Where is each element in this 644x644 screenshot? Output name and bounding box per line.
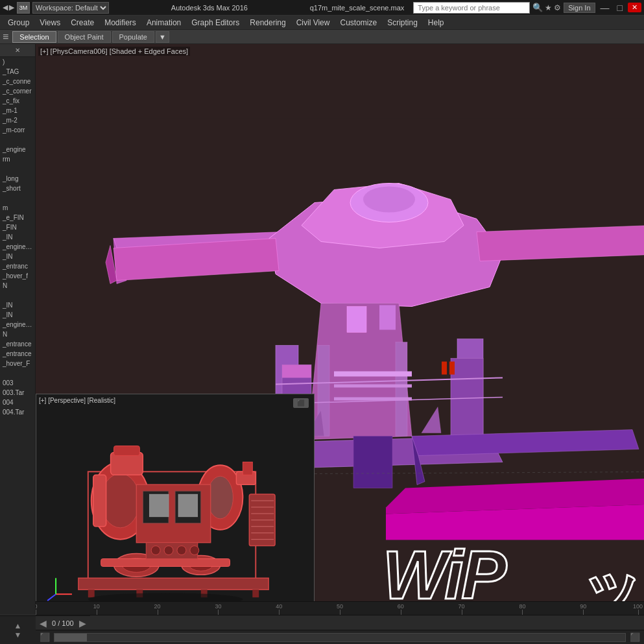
file-name: q17m_mite_scale_scene.max (310, 4, 405, 12)
viewport-area[interactable]: [+] [PhysCamera006] [Shaded + Edged Face… (36, 44, 644, 614)
menu-scripting[interactable]: Scripting (382, 17, 423, 29)
list-item[interactable]: _c_corner (0, 86, 35, 96)
workspace-selector[interactable]: Workspace: Default (32, 2, 109, 14)
list-item[interactable]: _engine_FI (0, 242, 35, 252)
list-item[interactable]: _engine_FI (0, 320, 35, 329)
list-item[interactable]: rm (0, 154, 35, 164)
menu-views[interactable]: Views (34, 17, 66, 29)
list-item[interactable] (0, 193, 35, 203)
list-item[interactable]: 003 (0, 378, 35, 388)
list-item[interactable]: 003.Tar (0, 388, 35, 398)
tick-70 (462, 610, 462, 615)
list-item[interactable]: _hover_f (0, 271, 35, 281)
list-item[interactable] (0, 164, 35, 174)
list-item[interactable]: _entranc (0, 261, 35, 271)
list-item[interactable]: _IN (0, 252, 35, 261)
settings-icon[interactable]: ⚙ (554, 3, 561, 12)
svg-rect-19 (347, 307, 366, 333)
timeline-next-icon[interactable]: ▶ (78, 618, 88, 628)
tick-60 (401, 610, 401, 615)
timeline-prev-icon[interactable]: ◀ (38, 618, 48, 628)
toolbar-dropdown[interactable]: ▼ (156, 31, 169, 43)
back-icon[interactable]: ◀ (3, 3, 8, 12)
menu-rendering[interactable]: Rendering (244, 17, 291, 29)
list-item[interactable]: _entrance (0, 349, 35, 359)
close-button[interactable]: ✕ (628, 3, 641, 12)
menu-create[interactable]: Create (66, 17, 99, 29)
list-item[interactable]: _long (0, 174, 35, 184)
bookmark-icon[interactable]: ★ (545, 3, 552, 12)
mini-scene-svg (36, 394, 314, 614)
main-viewport[interactable]: [+] [PhysCamera006] [Shaded + Edged Face… (36, 44, 644, 614)
svg-rect-52 (114, 446, 140, 456)
scroll-down-icon[interactable]: ▼ (14, 630, 22, 639)
tick-label-20: 20 (154, 603, 161, 610)
tick-30 (218, 610, 219, 615)
list-item[interactable]: _short (0, 184, 35, 193)
selection-button[interactable]: Selection (12, 31, 56, 43)
search-icon[interactable]: 🔍 (532, 3, 543, 12)
menu-civil-view[interactable]: Civil View (291, 17, 335, 29)
list-item[interactable]: _e_FIN (0, 213, 35, 222)
menu-graph-editors[interactable]: Graph Editors (186, 17, 244, 29)
status-icon-left[interactable]: ⬛ (40, 632, 50, 642)
list-item[interactable]: N (0, 329, 35, 339)
list-item[interactable]: ) (0, 57, 35, 67)
collapse-panel-button[interactable]: ✕ (0, 44, 35, 57)
svg-point-44 (101, 473, 140, 528)
scroll-up-icon[interactable]: ▲ (14, 621, 22, 630)
list-item[interactable] (0, 291, 35, 300)
list-item[interactable]: 004.Tar (0, 407, 35, 417)
list-item[interactable]: _IN (0, 300, 35, 310)
tick-label-80: 80 (519, 603, 525, 610)
tick-10 (97, 610, 97, 615)
minimize-button[interactable]: — (598, 3, 612, 13)
list-item[interactable]: _IN (0, 310, 35, 320)
list-item[interactable] (0, 135, 35, 145)
search-input[interactable] (413, 2, 530, 14)
list-item[interactable]: _c_conne (0, 77, 35, 86)
list-item[interactable]: _m-corr (0, 125, 35, 135)
maximize-button[interactable]: □ (615, 3, 625, 13)
scrollbar-thumb (54, 634, 87, 641)
menu-group[interactable]: Group (3, 17, 34, 29)
main-content: ✕ ) _TAG _c_conne _c_corner _c_fix _m-1 … (0, 44, 644, 614)
menu-modifiers[interactable]: Modifiers (99, 17, 141, 29)
list-item[interactable]: 004 (0, 398, 35, 407)
svg-rect-32 (334, 385, 412, 388)
list-item[interactable]: N (0, 281, 35, 291)
forward-icon[interactable]: ▶ (9, 3, 14, 12)
list-item[interactable]: _entrance (0, 339, 35, 349)
viewport-label-main: [+] [PhysCamera006] [Shaded + Edged Face… (38, 47, 190, 56)
menu-help[interactable]: Help (423, 17, 449, 29)
list-item[interactable]: m (0, 203, 35, 213)
list-item[interactable]: _IN (0, 232, 35, 242)
nav-arrows[interactable]: ◀ ▶ (3, 3, 14, 12)
mini-viewport[interactable]: [+] [Perspective] [Realistic] ⬛ (36, 394, 315, 614)
tick-0 (36, 610, 36, 615)
menu-customize[interactable]: Customize (335, 17, 382, 29)
svg-rect-59 (252, 590, 259, 597)
list-item[interactable]: _hover_F (0, 359, 35, 368)
svg-point-47 (208, 476, 233, 519)
list-item[interactable]: _engine (0, 145, 35, 154)
status-icon-right[interactable]: ⬛ (630, 632, 640, 642)
object-paint-button[interactable]: Object Paint (58, 31, 111, 43)
mini-icon-box: ⬛ (293, 398, 309, 408)
list-item[interactable]: _TAG (0, 67, 35, 77)
sign-in-button[interactable]: Sign In (564, 3, 595, 13)
list-item[interactable]: _m-2 (0, 115, 35, 125)
toolbar-left-btn[interactable]: ≡ (3, 31, 8, 43)
app-icon-box: 3M (17, 2, 30, 14)
list-item[interactable]: _m-1 (0, 106, 35, 115)
horizontal-scrollbar[interactable] (54, 633, 626, 642)
menu-animation[interactable]: Animation (141, 17, 186, 29)
svg-rect-70 (149, 494, 169, 517)
populate-button[interactable]: Populate (112, 31, 154, 43)
list-item[interactable]: _FIN (0, 222, 35, 232)
svg-rect-24 (396, 342, 407, 436)
list-item[interactable] (0, 368, 35, 378)
list-item[interactable]: _c_fix (0, 96, 35, 106)
left-panel-scroll[interactable]: ) _TAG _c_conne _c_corner _c_fix _m-1 _m… (0, 57, 35, 614)
svg-point-66 (151, 546, 160, 555)
